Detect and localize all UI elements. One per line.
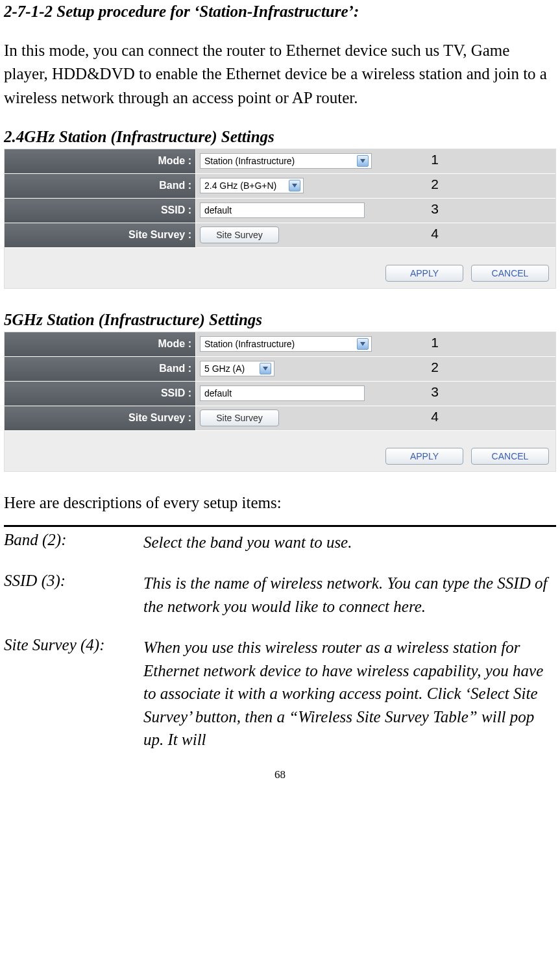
site-survey-button[interactable]: Site Survey [200, 409, 279, 426]
band-select-value: 2.4 GHz (B+G+N) [204, 180, 276, 191]
ssid-input[interactable]: default [200, 385, 365, 401]
svg-marker-3 [263, 367, 268, 371]
field-ssid: default 3 [196, 199, 555, 223]
def-desc-ssid: This is the name of wireless network. Yo… [143, 572, 556, 618]
intro-paragraph: In this mode, you can connect the router… [4, 39, 556, 110]
callout-4: 4 [431, 409, 439, 424]
label-mode: Mode : [5, 149, 196, 173]
callout-2: 2 [431, 177, 439, 192]
chevron-down-icon [357, 338, 369, 350]
label-site-survey: Site Survey : [5, 223, 196, 247]
def-term-site-survey: Site Survey (4): [4, 636, 143, 751]
apply-button[interactable]: APPLY [385, 448, 463, 465]
settings-panel-5ghz: Mode : Station (Infrastructure) 1 Band :… [4, 332, 556, 472]
label-ssid: SSID : [5, 382, 196, 406]
band-select[interactable]: 5 GHz (A) [200, 361, 274, 376]
row-band: Band : 2.4 GHz (B+G+N) 2 [5, 174, 555, 199]
row-mode: Mode : Station (Infrastructure) 1 [5, 332, 555, 357]
field-band: 5 GHz (A) 2 [196, 357, 555, 381]
field-site-survey: Site Survey 4 [196, 223, 555, 247]
label-mode: Mode : [5, 332, 196, 356]
callout-1: 1 [431, 335, 439, 350]
svg-marker-2 [360, 342, 365, 346]
divider [4, 525, 556, 527]
field-mode: Station (Infrastructure) 1 [196, 332, 555, 356]
descriptions-intro: Here are descriptions of every setup ite… [4, 494, 556, 512]
svg-marker-0 [360, 159, 365, 163]
settings-panel-24ghz: Mode : Station (Infrastructure) 1 Band :… [4, 149, 556, 289]
callout-4: 4 [431, 226, 439, 241]
def-site-survey: Site Survey (4): When you use this wirel… [4, 636, 556, 751]
def-term-band: Band (2): [4, 531, 143, 554]
mode-select-value: Station (Infrastructure) [204, 339, 295, 349]
row-site-survey: Site Survey : Site Survey 4 [5, 223, 555, 248]
callout-3: 3 [431, 201, 439, 217]
band-select[interactable]: 2.4 GHz (B+G+N) [200, 178, 304, 193]
subheading-24ghz: 2.4GHz Station (Infrastructure) Settings [4, 128, 556, 146]
panel-footer: APPLY CANCEL [5, 431, 555, 471]
field-mode: Station (Infrastructure) 1 [196, 149, 555, 173]
def-desc-band: Select the band you want to use. [143, 531, 556, 554]
def-ssid: SSID (3): This is the name of wireless n… [4, 572, 556, 618]
label-ssid: SSID : [5, 199, 196, 223]
label-band: Band : [5, 174, 196, 198]
cancel-button[interactable]: CANCEL [471, 265, 549, 282]
apply-button[interactable]: APPLY [385, 265, 463, 282]
section-heading: 2-7-1-2 Setup procedure for ‘Station-Inf… [4, 3, 556, 21]
row-band: Band : 5 GHz (A) 2 [5, 357, 555, 382]
mode-select[interactable]: Station (Infrastructure) [200, 153, 372, 169]
callout-1: 1 [431, 152, 439, 167]
cancel-button[interactable]: CANCEL [471, 448, 549, 465]
callout-3: 3 [431, 384, 439, 400]
callout-2: 2 [431, 360, 439, 375]
page-number: 68 [4, 768, 556, 781]
row-site-survey: Site Survey : Site Survey 4 [5, 406, 555, 431]
def-band: Band (2): Select the band you want to us… [4, 531, 556, 554]
row-ssid: SSID : default 3 [5, 382, 555, 406]
field-ssid: default 3 [196, 382, 555, 406]
mode-select[interactable]: Station (Infrastructure) [200, 336, 372, 352]
label-band: Band : [5, 357, 196, 381]
ssid-input[interactable]: default [200, 202, 365, 218]
def-term-ssid: SSID (3): [4, 572, 143, 618]
field-site-survey: Site Survey 4 [196, 406, 555, 430]
band-select-value: 5 GHz (A) [204, 363, 245, 374]
mode-select-value: Station (Infrastructure) [204, 156, 295, 166]
svg-marker-1 [292, 184, 297, 188]
chevron-down-icon [289, 180, 300, 191]
subheading-5ghz: 5GHz Station (Infrastructure) Settings [4, 311, 556, 329]
def-desc-site-survey: When you use this wireless router as a w… [143, 636, 556, 751]
field-band: 2.4 GHz (B+G+N) 2 [196, 174, 555, 198]
panel-footer: APPLY CANCEL [5, 248, 555, 288]
row-mode: Mode : Station (Infrastructure) 1 [5, 149, 555, 174]
chevron-down-icon [357, 155, 369, 167]
label-site-survey: Site Survey : [5, 406, 196, 430]
definitions-list: Band (2): Select the band you want to us… [4, 531, 556, 751]
chevron-down-icon [260, 363, 271, 374]
row-ssid: SSID : default 3 [5, 199, 555, 223]
site-survey-button[interactable]: Site Survey [200, 226, 279, 243]
